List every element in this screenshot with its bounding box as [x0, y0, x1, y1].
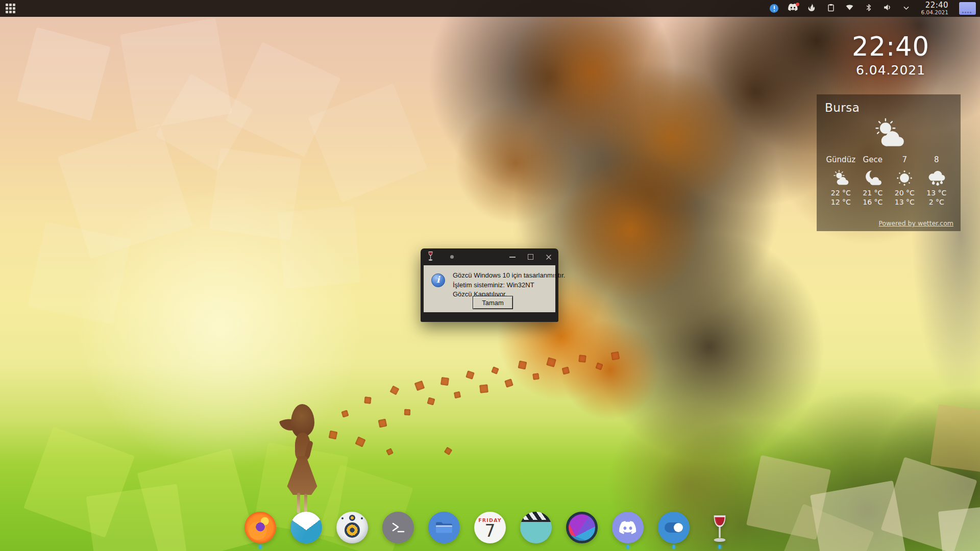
- calendar-icon: FRIDAY 7: [474, 512, 506, 543]
- dock-item-terminal[interactable]: [382, 512, 414, 543]
- wifi-icon: [845, 3, 854, 14]
- leaf: [578, 355, 586, 362]
- clapperboard-icon: [520, 512, 552, 543]
- discord-icon: [612, 512, 644, 543]
- leaf: [440, 377, 449, 386]
- panel-clock-date: 6.04.2021: [921, 10, 948, 15]
- sun-behind-cloud-icon: [825, 116, 952, 150]
- window-preview[interactable]: [959, 2, 976, 15]
- volume-icon: [883, 3, 892, 14]
- bluetooth-tray-button[interactable]: [864, 4, 874, 14]
- close-button[interactable]: [546, 254, 552, 260]
- sun-icon: [895, 168, 914, 188]
- clipboard-icon: [827, 4, 835, 14]
- leaf: [404, 409, 410, 415]
- ok-button[interactable]: Tamam: [473, 296, 513, 309]
- clipboard-tray-button[interactable]: [826, 4, 836, 14]
- leaf: [454, 391, 461, 398]
- leaf: [414, 381, 425, 391]
- notification-tray-button[interactable]: [769, 4, 779, 14]
- dock-item-toggle-settings[interactable]: [658, 512, 690, 543]
- dialog-message-line2: İşletim sisteminiz: Win32NT: [453, 281, 565, 290]
- wine-glass-icon: [704, 512, 736, 543]
- chevron-down-icon: [903, 4, 910, 13]
- dock-item-calendar[interactable]: FRIDAY 7: [474, 512, 506, 543]
- terminal-icon: [382, 512, 414, 543]
- leaf: [378, 419, 387, 428]
- leaf: [491, 366, 499, 374]
- wifi-tray-button[interactable]: [845, 4, 855, 14]
- leaf: [364, 396, 371, 404]
- info-icon: [431, 273, 445, 287]
- leaf: [611, 352, 620, 360]
- dock-item-wine[interactable]: [704, 512, 736, 543]
- panel-clock[interactable]: 22:40 6.04.2021: [921, 2, 948, 15]
- dialog-titlebar[interactable]: [421, 248, 558, 265]
- leaf: [465, 370, 475, 380]
- calendar-day: 7: [485, 522, 496, 539]
- desktop-clock-time: 22:40: [832, 32, 949, 62]
- leaf: [386, 448, 394, 456]
- leaf: [427, 397, 435, 405]
- bluetooth-icon: [865, 4, 873, 14]
- app-grid-icon: [6, 4, 15, 13]
- discord-badge: [796, 3, 799, 6]
- dialog-message-line1: Gözcü Windows 10 için tasarlanmıştır.: [453, 271, 565, 281]
- weather-attribution-link[interactable]: Powered by wetter.com: [879, 219, 954, 227]
- rain-cloud-icon: [927, 168, 946, 188]
- forecast-col-sun: 7 20 °C 13 °C: [889, 155, 921, 207]
- weather-widget: Bursa Gündüz: [817, 94, 961, 231]
- sun-cloud-icon: [830, 168, 851, 188]
- flame-tray-button[interactable]: [807, 4, 817, 14]
- wine-dialog-window: Gözcü Windows 10 için tasarlanmıştır. İş…: [421, 248, 558, 322]
- dock-item-file-manager[interactable]: [428, 512, 460, 543]
- running-indicator: [719, 545, 721, 549]
- leaf: [595, 362, 603, 370]
- leaf: [444, 447, 453, 456]
- maximize-button[interactable]: [528, 254, 533, 260]
- weather-forecast: Gündüz 22 °C 12 °C Gece: [825, 155, 952, 207]
- running-indicator: [259, 545, 262, 549]
- leaf: [562, 367, 570, 375]
- dialog-message: Gözcü Windows 10 için tasarlanmıştır. İş…: [453, 271, 565, 299]
- dock: FRIDAY 7: [0, 512, 980, 543]
- minimize-button[interactable]: [509, 257, 516, 258]
- discord-tray-button[interactable]: [788, 4, 798, 14]
- color-fan-icon: [566, 512, 598, 543]
- dialog-body: Gözcü Windows 10 için tasarlanmıştır. İş…: [424, 265, 555, 312]
- leaf: [355, 436, 365, 447]
- desktop-clock-widget: 22:40 6.04.2021: [832, 32, 949, 78]
- sky-patch: [28, 221, 131, 324]
- sky-patch: [17, 27, 111, 121]
- tray-expand-button[interactable]: [901, 4, 912, 14]
- folder-icon: [428, 512, 460, 543]
- forecast-col-rain: 8 13 °C 2 °C: [921, 155, 953, 207]
- wallpaper-girl-figure: [280, 404, 326, 515]
- system-tray: 22:40 6.04.2021: [769, 0, 980, 17]
- dock-item-firefox[interactable]: [244, 512, 276, 543]
- volume-tray-button[interactable]: [883, 4, 893, 14]
- leaf: [341, 410, 349, 417]
- speaker-icon: [336, 512, 368, 543]
- app-launcher-button[interactable]: [0, 0, 20, 17]
- dock-item-video-editor[interactable]: [520, 512, 552, 543]
- dock-item-discord[interactable]: [612, 512, 644, 543]
- leaf: [546, 357, 556, 367]
- top-panel: 22:40 6.04.2021: [0, 0, 980, 17]
- dock-item-speaker-app[interactable]: [336, 512, 368, 543]
- leaf: [504, 379, 513, 388]
- panel-clock-time: 22:40: [921, 2, 948, 10]
- forecast-col-night: Gece 21 °C 16 °C: [857, 155, 889, 207]
- leaf: [390, 386, 400, 395]
- running-indicator: [627, 545, 629, 549]
- paper-patch: [930, 404, 980, 473]
- leaf: [532, 373, 540, 380]
- window-title-dot: [450, 255, 454, 259]
- sky-patch: [278, 206, 361, 289]
- weather-city: Bursa: [825, 101, 952, 114]
- dock-item-teal-pie-app[interactable]: [290, 512, 322, 543]
- dock-item-color-fan-app[interactable]: [566, 512, 598, 543]
- moon-cloud-icon: [863, 168, 883, 188]
- leaf: [329, 431, 338, 440]
- desktop-clock-date: 6.04.2021: [832, 63, 949, 78]
